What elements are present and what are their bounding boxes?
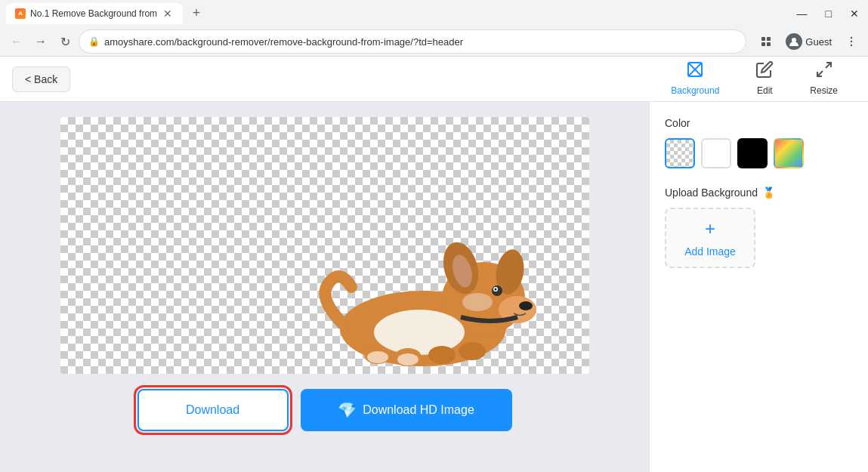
resize-tab-icon <box>815 60 833 82</box>
address-text: amoyshare.com/background-remover/remove-… <box>104 36 737 48</box>
color-section: Color <box>665 117 853 168</box>
svg-point-7 <box>851 45 852 46</box>
color-swatch-gradient[interactable] <box>774 138 804 168</box>
svg-rect-3 <box>767 42 771 46</box>
browser-tab[interactable]: No.1 Remove Background from ✕ <box>6 3 183 24</box>
address-bar[interactable]: 🔒 amoyshare.com/background-remover/remov… <box>79 29 746 54</box>
back-nav-button[interactable]: ← <box>6 31 27 52</box>
tab-favicon <box>15 8 26 19</box>
svg-point-5 <box>851 37 852 39</box>
back-button[interactable]: < Back <box>12 66 70 92</box>
add-image-button[interactable]: + Add Image <box>665 208 755 268</box>
image-container <box>60 117 589 374</box>
svg-point-19 <box>519 301 533 310</box>
svg-point-22 <box>494 288 496 291</box>
svg-point-28 <box>367 351 388 363</box>
svg-point-6 <box>851 41 852 42</box>
main-content: Download 💎 Download HD Image Color <box>0 102 868 472</box>
close-button[interactable]: ✕ <box>847 5 862 23</box>
download-button[interactable]: Download <box>137 389 289 431</box>
plus-icon: + <box>705 218 715 239</box>
panel-tabs: Background Edit <box>653 54 856 103</box>
download-label: Download <box>186 403 239 417</box>
svg-rect-0 <box>761 37 765 41</box>
premium-icon: 🏅 <box>762 187 775 199</box>
background-tab-icon <box>686 60 704 82</box>
svg-point-23 <box>374 310 465 355</box>
background-tab-label: Background <box>671 85 719 96</box>
svg-line-12 <box>817 71 823 76</box>
guest-label: Guest <box>805 36 832 48</box>
color-swatch-black[interactable] <box>737 138 768 168</box>
new-tab-button[interactable]: + <box>186 3 207 24</box>
svg-point-30 <box>462 293 493 311</box>
color-swatch-transparent[interactable] <box>665 138 695 168</box>
svg-rect-1 <box>767 37 771 41</box>
title-bar: No.1 Remove Background from ✕ + — □ ✕ <box>0 0 868 26</box>
guest-avatar <box>786 33 802 50</box>
edit-tab-icon <box>755 60 774 82</box>
guest-account-button[interactable]: Guest <box>780 30 838 53</box>
svg-point-29 <box>397 353 419 366</box>
upload-title: Upload Background 🏅 <box>665 187 853 199</box>
color-options <box>665 138 853 168</box>
extensions-button[interactable] <box>755 31 777 52</box>
reload-button[interactable]: ↻ <box>54 31 76 52</box>
address-bar-row: ← → ↻ 🔒 amoyshare.com/background-remover… <box>0 26 868 57</box>
svg-line-11 <box>826 63 831 68</box>
edit-tab-label: Edit <box>757 85 773 96</box>
color-swatch-white[interactable] <box>701 138 731 168</box>
tab-background[interactable]: Background <box>653 54 737 103</box>
browser-actions: Guest <box>755 30 862 53</box>
diamond-icon: 💎 <box>338 401 357 419</box>
forward-nav-button[interactable]: → <box>30 31 51 52</box>
upload-title-text: Upload Background <box>665 187 758 199</box>
canvas-area: Download 💎 Download HD Image <box>0 102 649 472</box>
app: < Back Background <box>0 57 868 472</box>
svg-point-27 <box>459 342 486 360</box>
dog-image <box>302 193 544 374</box>
tab-resize[interactable]: Resize <box>792 54 856 103</box>
lock-icon: 🔒 <box>88 36 100 47</box>
tab-edit[interactable]: Edit <box>737 54 792 103</box>
tab-close-button[interactable]: ✕ <box>162 8 174 20</box>
svg-point-26 <box>428 346 456 364</box>
download-area: Download 💎 Download HD Image <box>137 389 512 431</box>
minimize-button[interactable]: — <box>794 5 811 23</box>
svg-rect-2 <box>761 42 765 46</box>
resize-tab-label: Resize <box>810 85 838 96</box>
menu-button[interactable] <box>841 31 862 52</box>
download-hd-button[interactable]: 💎 Download HD Image <box>301 389 512 431</box>
color-section-title: Color <box>665 117 853 129</box>
maximize-button[interactable]: □ <box>823 5 835 23</box>
download-hd-label: Download HD Image <box>363 403 474 417</box>
tab-title: No.1 Remove Background from <box>30 8 157 19</box>
toolbar: < Back Background <box>0 57 868 102</box>
back-label: < Back <box>25 73 57 85</box>
browser-chrome: No.1 Remove Background from ✕ + — □ ✕ ← … <box>0 0 868 57</box>
window-controls: — □ ✕ <box>794 5 862 23</box>
add-image-label: Add Image <box>684 245 736 258</box>
right-panel: Color Upload Background 🏅 + Add Image <box>649 102 868 472</box>
upload-section: Upload Background 🏅 + Add Image <box>665 187 853 268</box>
